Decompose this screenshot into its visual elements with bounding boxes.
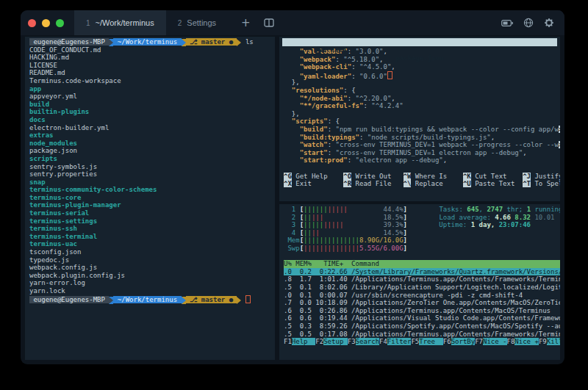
nano-line: },	[284, 79, 560, 87]
file-entry: tsconfig.json	[29, 248, 275, 256]
nano-line: "start": "cross-env TERMINUS_DEV=1 elect…	[284, 149, 560, 157]
htop-content: 1 [||||||||||| 44.4%] Tasks: 645, 2747 t…	[279, 204, 560, 346]
nano-filename: package.json	[282, 54, 557, 62]
dir-entry: scripts	[29, 155, 275, 163]
nano-blank-line	[284, 165, 560, 173]
tab-title: ~/Work/terminus	[96, 18, 154, 27]
process-row: .8 1.7 1:01.40 /Applications/Terminus.ap…	[284, 275, 560, 284]
process-row-selected: .0 0.2 0:22.66 /System/Library/Framework…	[284, 268, 560, 276]
file-entry: sentry-symbols.js	[29, 163, 275, 171]
dir-entry: terminus-community-color-schemes	[29, 186, 275, 194]
nano-title-bar: GNU nano 4.5 package.json	[282, 38, 557, 46]
file-entry: electron-builder.yml	[29, 124, 275, 132]
tab-title: Settings	[187, 18, 216, 27]
nano-line: "start:prod": "electron app --debug",	[284, 156, 560, 165]
process-row: .6 0.6 0:19.44 /Applications/Visual Stud…	[284, 314, 560, 322]
dir-entry: docs	[29, 116, 275, 124]
terminal-pane-htop[interactable]: 1 [||||||||||| 44.4%] Tasks: 645, 2747 t…	[279, 204, 560, 360]
terminal-pane-nano[interactable]: GNU nano 4.5 package.json "val-loader": …	[279, 37, 560, 201]
process-row: .5 0.5 0:17.08 /Applications/Terminus.ap…	[284, 331, 560, 339]
swap-meter: Swp[||||||||||||||5.55G/6.00G]	[284, 245, 560, 253]
file-entry: README.md	[29, 69, 275, 77]
nano-line: "webpack-cli": "^4.5.0",	[284, 63, 560, 71]
dir-entry: builtin-plugins	[29, 108, 275, 116]
terminal-window: 1 ~/Work/terminus 2 Settings + eugene@	[21, 10, 564, 364]
dir-entry: terminus-serial	[29, 209, 275, 217]
battery-icon	[501, 20, 513, 26]
nano-editor-content: "val-loader": "3.0.0", "webpack": "^5.18…	[279, 46, 560, 188]
process-row: .6 0.5 0:26.86 /Applications/Terminus.ap…	[284, 307, 560, 315]
dir-entry: build	[29, 101, 275, 109]
shell-output: eugene@Eugenes-MBP ~/Work/terminus ⎇ mas…	[25, 37, 275, 303]
nano-line: "scripts": {	[284, 118, 560, 126]
process-row: .5 0.3 8:59.26 /Applications/Spotify.app…	[284, 322, 560, 331]
htop-blank-line	[284, 253, 560, 261]
close-button[interactable]	[28, 19, 36, 27]
title-bar[interactable]: 1 ~/Work/terminus 2 Settings +	[21, 10, 564, 35]
file-entry: webpack.config.js	[29, 264, 275, 272]
new-tab-button[interactable]: +	[241, 16, 251, 29]
shell-prompt-top: eugene@Eugenes-MBP ~/Work/terminus ⎇ mas…	[29, 38, 275, 46]
nano-line: "*/node-abi": "^2.20.0",	[284, 95, 560, 103]
dir-entry: terminus-ssh	[29, 225, 275, 233]
nano-line: "watch": "cross-env TERMINUS_DEV=1 webpa…	[284, 141, 560, 149]
nano-line: "build:typings": "node scripts/build-typ…	[284, 134, 560, 142]
process-table-header: U% MEM% TIME+ Command	[284, 260, 560, 268]
dir-entry: extras	[29, 131, 275, 140]
dir-entry: terminus-settings	[29, 217, 275, 225]
process-row: .7 0.0 10:18.09 /Applications/ZeroTier O…	[284, 299, 560, 307]
file-entry: Terminus.code-workspace	[29, 77, 275, 85]
nano-line-cursor: "yaml-loader": "0.6.0"	[284, 71, 560, 79]
dir-entry: terminus-terminal	[29, 233, 275, 241]
file-entry: HACKING.md	[29, 54, 275, 62]
tab-settings[interactable]: 2 Settings	[166, 10, 228, 35]
globe-icon[interactable]	[523, 18, 534, 28]
gear-icon[interactable]	[544, 18, 554, 28]
nano-shortcuts-row2: ^X Exit ^R Read File ^\ Replace ^U Paste…	[284, 180, 560, 188]
dir-entry: app	[29, 85, 275, 93]
cpu-meter-2: 2 [||||| 18.5%] Load average: 4.66 8.32 …	[284, 214, 560, 222]
process-row: .0 0.1 0:00.07 /usr/sbin/screencapture -…	[284, 292, 560, 300]
file-entry: typedoc.js	[29, 256, 275, 264]
nano-line: "resolutions": {	[284, 87, 560, 95]
cpu-meter-1: 1 [||||||||||| 44.4%] Tasks: 645, 2747 t…	[284, 206, 560, 214]
file-entry: LICENSE	[29, 62, 275, 70]
shell-prompt-bottom: eugene@Eugenes-MBP ~/Work/terminus ⎇ mas…	[29, 295, 275, 303]
cpu-meter-4: 4 [|||| 14.5%]	[284, 229, 560, 237]
htop-fkey-bar: F1Help F2Setup F3SearchF4FilterF5Tree F6…	[284, 338, 560, 346]
dir-entry: terminus-core	[29, 194, 275, 202]
minimize-button[interactable]	[42, 19, 50, 27]
process-row: .5 0.1 8:02.06 /Library/Application Supp…	[284, 284, 560, 292]
file-entry: package.json	[29, 147, 275, 155]
file-entry: yarn-error.log	[29, 279, 275, 287]
titlebar-right-icons	[501, 18, 554, 28]
file-entry: appveyor.yml	[29, 93, 275, 101]
file-entry: sentry.properties	[29, 170, 275, 178]
dir-entry: terminus-plugin-manager	[29, 201, 275, 209]
dir-entry: terminus-uac	[29, 240, 275, 248]
split-pane-icon[interactable]	[264, 18, 274, 27]
tab-bar: 1 ~/Work/terminus 2 Settings	[74, 10, 228, 35]
nano-line: },	[284, 110, 560, 118]
file-entry: webpack.plugin.config.js	[29, 272, 275, 280]
tab-number: 1	[86, 19, 90, 27]
nano-shortcuts-row1: ^G Get Help ^O Write Out ^W Where Is ^K …	[284, 173, 560, 181]
file-entry: CODE_OF_CONDUCT.md	[29, 46, 275, 54]
zoom-button[interactable]	[56, 19, 64, 27]
tab-work-terminus[interactable]: 1 ~/Work/terminus	[74, 10, 166, 35]
cpu-meter-3: 3 [|||||||||| 39.3%] Uptime: 1 day, 23:0…	[284, 221, 560, 229]
dir-entry: snap	[29, 178, 275, 187]
mem-meter: Mem[||||||||||||||8.90G/16.0G]	[284, 236, 560, 245]
nano-line: "build": "npm run build:typings && webpa…	[284, 126, 560, 134]
dir-entry: node_modules	[29, 140, 275, 148]
traffic-lights	[28, 19, 64, 27]
terminal-pane-shell[interactable]: eugene@Eugenes-MBP ~/Work/terminus ⎇ mas…	[25, 37, 275, 360]
nano-version: GNU nano 4.5	[306, 46, 362, 54]
nano-line: "**/graceful-fs": "^4.2.4"	[284, 102, 560, 110]
file-entry: yarn.lock	[29, 287, 275, 295]
tab-number: 2	[178, 19, 182, 27]
